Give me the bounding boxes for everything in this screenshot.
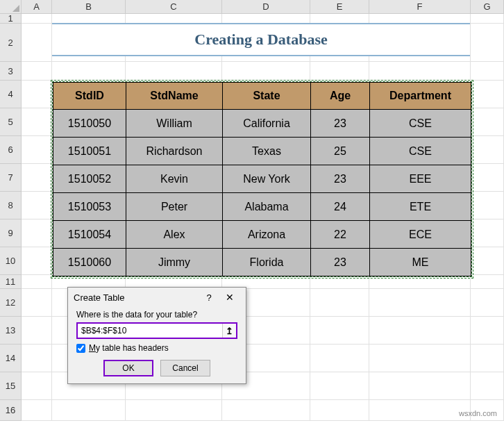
row-header-6[interactable]: 6 xyxy=(0,136,22,164)
cell-e15[interactable] xyxy=(310,372,369,400)
cell-a4[interactable] xyxy=(22,81,52,108)
table-cell[interactable]: CSE xyxy=(370,110,471,138)
table-cell[interactable]: Richardson xyxy=(126,138,223,165)
range-picker-button[interactable]: ↥ xyxy=(222,324,236,338)
row-header-7[interactable]: 7 xyxy=(0,164,22,192)
cell-a8[interactable] xyxy=(22,192,52,219)
table-cell[interactable]: 1510051 xyxy=(53,138,126,165)
cell-g8[interactable] xyxy=(471,192,504,219)
cell-f11[interactable] xyxy=(369,275,471,289)
cell-a9[interactable] xyxy=(22,219,52,247)
table-cell[interactable]: California xyxy=(223,110,311,138)
table-cell[interactable]: ETE xyxy=(370,193,471,221)
cell-a3[interactable] xyxy=(22,62,52,81)
row-header-9[interactable]: 9 xyxy=(0,219,22,247)
table-header[interactable]: StdName xyxy=(126,82,223,110)
table-header[interactable]: StdID xyxy=(53,82,126,110)
table-cell[interactable]: 23 xyxy=(311,110,370,138)
cell-a14[interactable] xyxy=(22,345,52,372)
cancel-button[interactable]: Cancel xyxy=(160,360,210,376)
cell-a2[interactable] xyxy=(22,24,52,62)
cell-f16[interactable] xyxy=(369,400,471,421)
table-cell[interactable]: Florida xyxy=(223,249,311,276)
cell-b1[interactable] xyxy=(52,14,126,24)
table-cell[interactable]: 22 xyxy=(311,221,370,249)
headers-checkbox[interactable] xyxy=(76,344,85,353)
table-cell[interactable]: Peter xyxy=(126,193,223,221)
row-header-16[interactable]: 16 xyxy=(0,400,22,421)
cell-e14[interactable] xyxy=(310,345,369,372)
table-cell[interactable]: Alex xyxy=(126,221,223,249)
cell-e3[interactable] xyxy=(310,62,369,81)
dialog-close-button[interactable]: ✕ xyxy=(219,292,240,303)
table-cell[interactable]: CSE xyxy=(370,138,471,165)
column-header-b[interactable]: B xyxy=(52,0,126,14)
table-cell[interactable]: 1510053 xyxy=(53,193,126,221)
cell-a15[interactable] xyxy=(22,372,52,400)
row-header-14[interactable]: 14 xyxy=(0,345,22,372)
data-table-selection[interactable]: StdIDStdNameStateAgeDepartment1510050Wil… xyxy=(52,81,472,277)
column-header-a[interactable]: A xyxy=(22,0,52,14)
table-cell[interactable]: 1510050 xyxy=(53,110,126,138)
cell-e1[interactable] xyxy=(310,14,369,24)
cell-f13[interactable] xyxy=(369,317,471,345)
cell-g10[interactable] xyxy=(471,247,504,275)
cell-a16[interactable] xyxy=(22,400,52,421)
column-header-d[interactable]: D xyxy=(222,0,310,14)
row-header-12[interactable]: 12 xyxy=(0,289,22,317)
table-cell[interactable]: EEE xyxy=(370,165,471,193)
table-cell[interactable]: Alabama xyxy=(223,193,311,221)
cell-c1[interactable] xyxy=(126,14,222,24)
table-cell[interactable]: ECE xyxy=(370,221,471,249)
cell-g12[interactable] xyxy=(471,289,504,317)
cell-e16[interactable] xyxy=(310,400,369,421)
table-cell[interactable]: William xyxy=(126,110,223,138)
cell-d16[interactable] xyxy=(222,400,310,421)
cell-b3[interactable] xyxy=(52,62,126,81)
cell-d3[interactable] xyxy=(222,62,310,81)
select-all-corner[interactable] xyxy=(0,0,22,14)
headers-checkbox-label[interactable]: My table has headers xyxy=(76,343,237,353)
table-header[interactable]: State xyxy=(223,82,311,110)
cell-a5[interactable] xyxy=(22,108,52,136)
cell-a11[interactable] xyxy=(22,275,52,289)
cell-e13[interactable] xyxy=(310,317,369,345)
cell-e11[interactable] xyxy=(310,275,369,289)
cell-a10[interactable] xyxy=(22,247,52,275)
cell-g4[interactable] xyxy=(471,81,504,108)
cell-f3[interactable] xyxy=(369,62,471,81)
cell-a13[interactable] xyxy=(22,317,52,345)
column-header-f[interactable]: F xyxy=(369,0,471,14)
table-cell[interactable]: ME xyxy=(370,249,471,276)
cell-f14[interactable] xyxy=(369,345,471,372)
cell-f15[interactable] xyxy=(369,372,471,400)
row-header-15[interactable]: 15 xyxy=(0,372,22,400)
cell-g9[interactable] xyxy=(471,219,504,247)
row-header-4[interactable]: 4 xyxy=(0,81,22,108)
cell-g11[interactable] xyxy=(471,275,504,289)
cell-a6[interactable] xyxy=(22,136,52,164)
table-cell[interactable]: 24 xyxy=(311,193,370,221)
table-header[interactable]: Department xyxy=(370,82,471,110)
row-header-11[interactable]: 11 xyxy=(0,275,22,289)
ok-button[interactable]: OK xyxy=(103,360,153,376)
table-cell[interactable]: Texas xyxy=(223,138,311,165)
cell-d1[interactable] xyxy=(222,14,310,24)
cell-g6[interactable] xyxy=(471,136,504,164)
cell-g15[interactable] xyxy=(471,372,504,400)
row-header-2[interactable]: 2 xyxy=(0,24,22,62)
table-cell[interactable]: 23 xyxy=(311,249,370,276)
table-cell[interactable]: 25 xyxy=(311,138,370,165)
cell-f12[interactable] xyxy=(369,289,471,317)
cell-g3[interactable] xyxy=(471,62,504,81)
cell-g2[interactable] xyxy=(471,24,504,62)
column-header-e[interactable]: E xyxy=(310,0,369,14)
cell-a7[interactable] xyxy=(22,164,52,192)
row-header-8[interactable]: 8 xyxy=(0,192,22,219)
column-header-c[interactable]: C xyxy=(126,0,222,14)
table-header[interactable]: Age xyxy=(311,82,370,110)
cell-g5[interactable] xyxy=(471,108,504,136)
column-header-g[interactable]: G xyxy=(471,0,504,14)
cell-g1[interactable] xyxy=(471,14,504,24)
table-cell[interactable]: 1510052 xyxy=(53,165,126,193)
